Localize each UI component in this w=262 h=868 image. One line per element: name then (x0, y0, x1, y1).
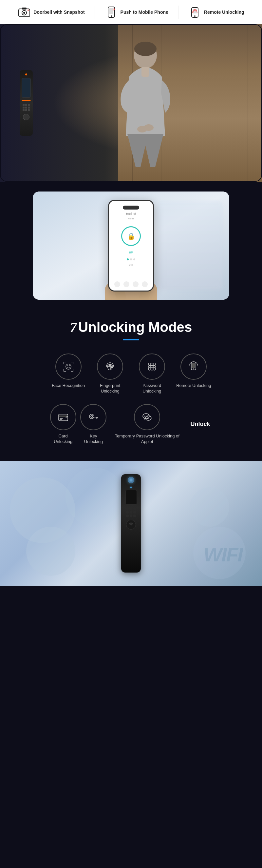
svg-point-4 (28, 9, 29, 11)
remote-icon-circle (181, 353, 207, 380)
key-label: Key Unlocking (80, 434, 106, 445)
product-key (130, 511, 132, 514)
lock-key (28, 109, 30, 111)
lock-indicator-dot (25, 73, 27, 75)
product-key (133, 515, 136, 517)
modes-grid-row2: Card Unlocking Key Unlocking (49, 404, 213, 445)
phone-section: 智能门锁 Home 🔒 解锁 记录 (0, 182, 262, 306)
key-icon (86, 410, 101, 424)
mode-card: Card Unlocking (49, 404, 77, 445)
product-fingerprint-sensor (126, 520, 136, 530)
bg-circle-2 (26, 527, 75, 576)
product-key (126, 511, 129, 514)
remote-label: Remote Unlocking (204, 9, 244, 15)
phone-screen: 智能门锁 Home 🔒 解锁 记录 (112, 212, 150, 287)
lock-screen (22, 78, 31, 98)
svg-point-39 (148, 417, 149, 418)
card-icon-circle (50, 404, 76, 430)
svg-point-16 (66, 364, 71, 369)
phone-notch (123, 206, 139, 210)
feature-push: Push to Mobile Phone (95, 6, 179, 19)
modes-number: 7 (70, 319, 77, 335)
svg-point-7 (111, 16, 112, 17)
svg-point-2 (23, 12, 25, 14)
lock-key (23, 104, 25, 106)
camera-icon (18, 6, 31, 19)
face-scan-icon (61, 360, 76, 374)
phone-lock-circle: 🔒 (121, 226, 141, 246)
remote-unlock-icon (188, 6, 201, 19)
svg-point-28 (193, 369, 194, 370)
key-icon-circle (80, 404, 106, 430)
product-key (130, 515, 132, 517)
remote-unlock-label: Remote Unlocking (176, 383, 211, 389)
lock-key (28, 104, 30, 106)
mode-temp-password: Temporary Password Unlocking of Applet (110, 404, 184, 445)
product-watermark: WIFI (203, 544, 242, 566)
svg-point-37 (147, 415, 148, 416)
top-feature-bar: Doorbell with Snapshot Push to Mobile Ph… (0, 0, 262, 24)
mode-remote: Remote Unlocking (175, 353, 213, 394)
phone-lock-symbol: 🔒 (127, 232, 135, 240)
phone-nav-bar (114, 280, 148, 287)
svg-rect-13 (142, 67, 149, 77)
svg-point-38 (147, 417, 148, 418)
phone-push-icon (105, 6, 118, 19)
doorbell-label: Doorbell with Snapshot (33, 9, 84, 15)
modes-underline (123, 339, 139, 340)
card-label: Card Unlocking (49, 434, 77, 445)
wechat-icon-circle (134, 404, 160, 430)
fingerprint-icon (103, 360, 117, 374)
phone-device: 智能门锁 Home 🔒 解锁 记录 (108, 200, 154, 291)
face-recognition-icon-circle (55, 353, 81, 380)
product-key (133, 511, 136, 514)
product-key (130, 507, 132, 510)
feature-remote: Remote Unlocking (179, 6, 254, 19)
phone-app-title: 智能门锁 (126, 212, 136, 216)
modes-grid-row1: Face Recognition Fingerprint Unlocking (49, 353, 213, 394)
svg-point-32 (91, 415, 93, 417)
phone-lock-status: 解锁 (129, 251, 133, 254)
product-key (126, 507, 129, 510)
push-label: Push to Mobile Phone (120, 9, 169, 15)
lock-key (28, 106, 30, 108)
svg-point-36 (146, 415, 147, 416)
unlock-text-box: Unlock (188, 411, 213, 437)
modes-title: 7 Unlocking Modes (6, 319, 256, 335)
svg-point-12 (134, 42, 156, 56)
product-section: WIFI (0, 461, 262, 586)
fingerprint-label: Fingerprint Unlocking (91, 383, 130, 394)
svg-rect-27 (192, 363, 195, 368)
man-silhouette (109, 37, 181, 168)
lock-key (23, 106, 25, 108)
hero-section (0, 24, 262, 182)
password-icon-circle (139, 353, 165, 380)
product-device (121, 474, 141, 572)
product-display (125, 490, 137, 505)
lock-keypad (23, 104, 30, 111)
product-keypad (125, 507, 137, 518)
lock-key (25, 109, 27, 111)
product-key (126, 515, 129, 517)
product-key (133, 507, 136, 510)
fingerprint-icon-circle (97, 353, 123, 380)
feature-doorbell: Doorbell with Snapshot (8, 6, 95, 19)
fingerprint-small-icon (128, 522, 134, 528)
svg-point-31 (89, 414, 94, 419)
product-main-camera (128, 477, 134, 483)
password-keypad-icon (145, 360, 159, 374)
mode-key: Key Unlocking (80, 404, 106, 445)
lock-key (25, 104, 27, 106)
product-status-led (130, 487, 132, 488)
phone-nav-settings (133, 281, 139, 287)
wechat-icon (140, 410, 154, 424)
phone-container: 智能门锁 Home 🔒 解锁 记录 (33, 191, 229, 300)
phone-nav-profile (142, 281, 148, 287)
mode-face-recognition: Face Recognition (49, 353, 88, 394)
mobile-remote-icon (186, 360, 201, 374)
svg-rect-3 (22, 7, 27, 9)
svg-point-35 (144, 415, 145, 416)
mode-password: Password Unlocking (133, 353, 171, 394)
phone-nav-home (114, 281, 120, 287)
password-label: Password Unlocking (133, 383, 171, 394)
